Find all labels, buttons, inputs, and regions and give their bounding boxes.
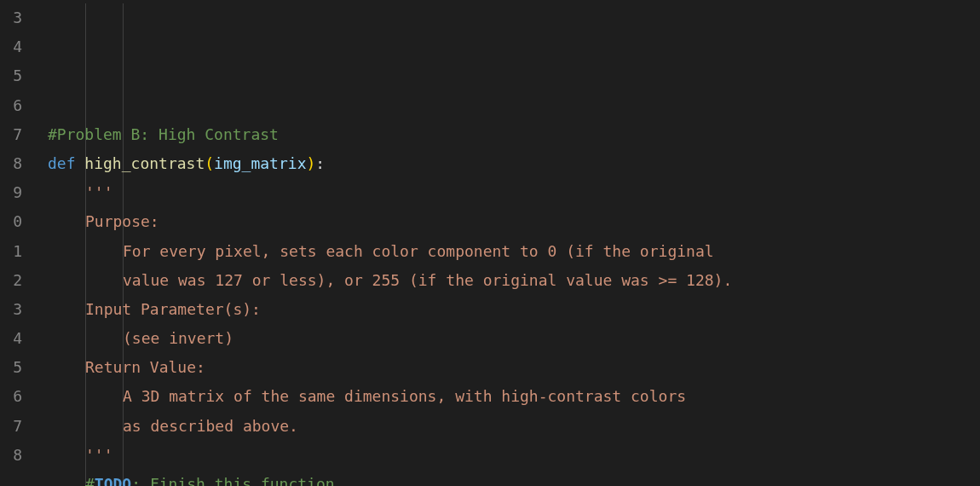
line-number: 8 [0,441,22,470]
code-line[interactable]: A 3D matrix of the same dimensions, with… [48,382,980,411]
line-number: 1 [0,237,22,266]
code-line[interactable]: ''' [48,441,980,470]
code-line[interactable]: as described above. [48,412,980,441]
token-todo: TODO [95,475,131,486]
token-docstr: Input Parameter(s): [85,300,261,318]
token-docstr: A 3D matrix of the same dimensions, with… [123,387,686,405]
token-docstr: For every pixel, sets each color compone… [123,242,714,260]
token-comment: #Problem B: High Contrast [48,125,279,143]
token-docstr: as described above. [123,417,298,435]
line-number: 6 [0,382,22,411]
code-line[interactable]: Return Value: [48,353,980,382]
token-funcname: high_contrast [84,154,205,172]
code-line[interactable]: Input Parameter(s): [48,295,980,324]
line-number: 5 [0,353,22,382]
line-number: 6 [0,91,22,120]
code-line[interactable]: For every pixel, sets each color compone… [48,237,980,266]
code-line[interactable]: (see invert) [48,324,980,353]
token-docstr: value was 127 or less), or 255 (if the o… [123,271,732,289]
token-paren: ) [306,154,315,172]
token-docstr: Purpose: [85,212,159,230]
code-line[interactable]: ''' [48,178,980,207]
line-number-gutter: 3456789012345678 [0,0,32,486]
code-editor[interactable]: 3456789012345678 #Problem B: High Contra… [0,0,980,486]
line-number: 3 [0,295,22,324]
token-comment: : Finish this function [131,475,334,486]
code-line[interactable] [48,91,980,120]
token-docstr: ''' [85,183,113,201]
token-param: img_matrix [214,154,306,172]
token-comment: # [85,475,95,486]
token-punct: : [315,154,325,172]
line-number: 5 [0,61,22,90]
line-number: 4 [0,32,22,61]
line-number: 3 [0,3,22,32]
line-number: 9 [0,178,22,207]
code-area[interactable]: #Problem B: High Contrastdef high_contra… [32,0,980,486]
token-docstr: (see invert) [123,329,233,347]
token-paren: ( [205,154,214,172]
code-line[interactable]: #TODO: Finish this function [48,470,980,486]
code-line[interactable]: #Problem B: High Contrast [48,120,980,149]
token-keyword: def [48,154,84,172]
code-line[interactable]: value was 127 or less), or 255 (if the o… [48,266,980,295]
line-number: 7 [0,412,22,441]
line-number: 4 [0,324,22,353]
line-number: 7 [0,120,22,149]
code-line[interactable]: Purpose: [48,207,980,236]
line-number: 2 [0,266,22,295]
token-docstr: ''' [85,446,113,464]
line-number: 0 [0,207,22,236]
token-docstr: Return Value: [85,358,205,376]
code-line[interactable]: def high_contrast(img_matrix): [48,149,980,178]
line-number: 8 [0,149,22,178]
